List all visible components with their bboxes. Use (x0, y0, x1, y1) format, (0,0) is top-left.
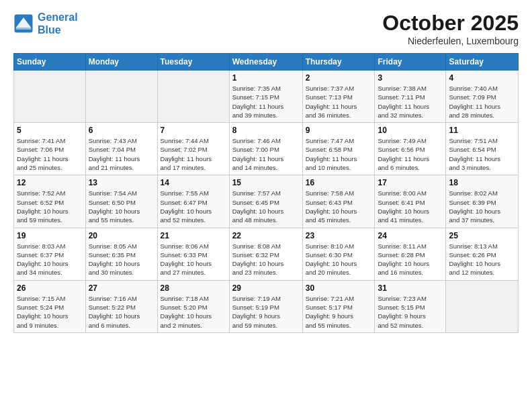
day-number: 4 (449, 73, 515, 83)
day-info: Sunrise: 7:41 AM Sunset: 7:06 PM Dayligh… (17, 136, 83, 172)
day-number: 2 (306, 73, 372, 83)
day-info: Sunrise: 7:57 AM Sunset: 6:45 PM Dayligh… (232, 189, 300, 224)
weekday-header: Monday (85, 54, 157, 71)
logo-blue: Blue (38, 24, 61, 36)
day-number: 17 (378, 178, 443, 187)
calendar-cell: 28Sunrise: 7:18 AM Sunset: 5:20 PM Dayli… (157, 280, 229, 332)
title-block: October 2025 Niederfeulen, Luxembourg (382, 11, 519, 46)
calendar-cell: 4Sunrise: 7:40 AM Sunset: 7:09 PM Daylig… (446, 71, 519, 123)
calendar-cell: 5Sunrise: 7:41 AM Sunset: 7:06 PM Daylig… (14, 123, 86, 175)
logo-icon (13, 13, 34, 34)
calendar-cell: 3Sunrise: 7:38 AM Sunset: 7:11 PM Daylig… (375, 71, 446, 123)
calendar-cell: 20Sunrise: 8:05 AM Sunset: 6:35 PM Dayli… (85, 228, 157, 280)
day-number: 21 (161, 231, 226, 240)
calendar-cell: 22Sunrise: 8:08 AM Sunset: 6:32 PM Dayli… (229, 228, 302, 280)
day-number: 3 (378, 73, 443, 83)
day-info: Sunrise: 7:55 AM Sunset: 6:47 PM Dayligh… (161, 189, 226, 224)
day-info: Sunrise: 7:47 AM Sunset: 6:58 PM Dayligh… (306, 136, 372, 172)
day-number: 23 (306, 231, 372, 240)
calendar-cell: 12Sunrise: 7:52 AM Sunset: 6:52 PM Dayli… (14, 175, 86, 228)
calendar-cell: 30Sunrise: 7:21 AM Sunset: 5:17 PM Dayli… (302, 280, 375, 332)
day-info: Sunrise: 7:40 AM Sunset: 7:09 PM Dayligh… (449, 84, 515, 120)
calendar-cell (157, 71, 229, 123)
location-subtitle: Niederfeulen, Luxembourg (382, 36, 519, 46)
day-info: Sunrise: 8:10 AM Sunset: 6:30 PM Dayligh… (306, 242, 372, 277)
calendar-cell: 10Sunrise: 7:49 AM Sunset: 6:56 PM Dayli… (375, 123, 446, 175)
calendar-cell: 8Sunrise: 7:46 AM Sunset: 7:00 PM Daylig… (229, 123, 302, 175)
day-number: 5 (17, 126, 83, 135)
day-number: 10 (378, 126, 443, 135)
day-info: Sunrise: 7:19 AM Sunset: 5:19 PM Dayligh… (232, 294, 300, 330)
day-info: Sunrise: 7:51 AM Sunset: 6:54 PM Dayligh… (449, 136, 515, 172)
svg-rect-2 (16, 28, 32, 30)
weekday-header: Tuesday (157, 54, 229, 71)
day-info: Sunrise: 8:06 AM Sunset: 6:33 PM Dayligh… (161, 242, 226, 277)
weekday-row: SundayMondayTuesdayWednesdayThursdayFrid… (14, 54, 519, 71)
calendar-cell: 7Sunrise: 7:44 AM Sunset: 7:02 PM Daylig… (157, 123, 229, 175)
calendar-cell: 17Sunrise: 8:00 AM Sunset: 6:41 PM Dayli… (375, 175, 446, 228)
day-info: Sunrise: 7:16 AM Sunset: 5:22 PM Dayligh… (89, 294, 154, 330)
day-info: Sunrise: 7:35 AM Sunset: 7:15 PM Dayligh… (232, 84, 300, 120)
day-info: Sunrise: 8:11 AM Sunset: 6:28 PM Dayligh… (378, 242, 443, 277)
day-number: 25 (449, 231, 515, 240)
calendar-cell: 13Sunrise: 7:54 AM Sunset: 6:50 PM Dayli… (85, 175, 157, 228)
day-number: 30 (306, 283, 372, 293)
calendar-cell: 25Sunrise: 8:13 AM Sunset: 6:26 PM Dayli… (446, 228, 519, 280)
header: General Blue October 2025 Niederfeulen, … (13, 11, 519, 46)
weekday-header: Saturday (446, 54, 519, 71)
day-number: 8 (232, 126, 300, 135)
calendar-cell: 26Sunrise: 7:15 AM Sunset: 5:24 PM Dayli… (14, 280, 86, 332)
day-number: 31 (378, 283, 443, 293)
day-number: 15 (232, 178, 300, 187)
calendar-cell: 9Sunrise: 7:47 AM Sunset: 6:58 PM Daylig… (302, 123, 375, 175)
calendar-cell: 24Sunrise: 8:11 AM Sunset: 6:28 PM Dayli… (375, 228, 446, 280)
calendar-cell (14, 71, 86, 123)
weekday-header: Sunday (14, 54, 86, 71)
day-info: Sunrise: 7:46 AM Sunset: 7:00 PM Dayligh… (232, 136, 300, 172)
weekday-header: Thursday (302, 54, 375, 71)
day-number: 27 (89, 283, 154, 293)
calendar-week: 26Sunrise: 7:15 AM Sunset: 5:24 PM Dayli… (14, 280, 519, 332)
calendar-cell: 29Sunrise: 7:19 AM Sunset: 5:19 PM Dayli… (229, 280, 302, 332)
calendar: SundayMondayTuesdayWednesdayThursdayFrid… (13, 53, 519, 333)
day-info: Sunrise: 7:58 AM Sunset: 6:43 PM Dayligh… (306, 189, 372, 224)
logo-general: General (38, 11, 78, 23)
calendar-cell (85, 71, 157, 123)
day-number: 12 (17, 178, 83, 187)
day-info: Sunrise: 7:21 AM Sunset: 5:17 PM Dayligh… (306, 294, 372, 330)
day-number: 29 (232, 283, 300, 293)
logo: General Blue (13, 11, 78, 36)
day-info: Sunrise: 7:37 AM Sunset: 7:13 PM Dayligh… (306, 84, 372, 120)
day-number: 11 (449, 126, 515, 135)
day-number: 9 (306, 126, 372, 135)
page: General Blue October 2025 Niederfeulen, … (0, 0, 532, 411)
day-number: 18 (449, 178, 515, 187)
logo-text: General Blue (38, 11, 78, 36)
calendar-cell: 31Sunrise: 7:23 AM Sunset: 5:15 PM Dayli… (375, 280, 446, 332)
calendar-cell: 11Sunrise: 7:51 AM Sunset: 6:54 PM Dayli… (446, 123, 519, 175)
calendar-week: 5Sunrise: 7:41 AM Sunset: 7:06 PM Daylig… (14, 123, 519, 175)
calendar-week: 1Sunrise: 7:35 AM Sunset: 7:15 PM Daylig… (14, 71, 519, 123)
day-info: Sunrise: 7:15 AM Sunset: 5:24 PM Dayligh… (17, 294, 83, 330)
calendar-body: 1Sunrise: 7:35 AM Sunset: 7:15 PM Daylig… (14, 71, 519, 333)
calendar-cell: 2Sunrise: 7:37 AM Sunset: 7:13 PM Daylig… (302, 71, 375, 123)
month-title: October 2025 (382, 11, 519, 36)
day-number: 19 (17, 231, 83, 240)
day-info: Sunrise: 8:13 AM Sunset: 6:26 PM Dayligh… (449, 242, 515, 277)
day-number: 6 (89, 126, 154, 135)
day-number: 16 (306, 178, 372, 187)
calendar-header: SundayMondayTuesdayWednesdayThursdayFrid… (14, 54, 519, 71)
day-number: 26 (17, 283, 83, 293)
day-number: 1 (232, 73, 300, 83)
calendar-cell: 16Sunrise: 7:58 AM Sunset: 6:43 PM Dayli… (302, 175, 375, 228)
calendar-cell: 1Sunrise: 7:35 AM Sunset: 7:15 PM Daylig… (229, 71, 302, 123)
weekday-header: Friday (375, 54, 446, 71)
day-number: 24 (378, 231, 443, 240)
calendar-cell: 6Sunrise: 7:43 AM Sunset: 7:04 PM Daylig… (85, 123, 157, 175)
day-info: Sunrise: 8:00 AM Sunset: 6:41 PM Dayligh… (378, 189, 443, 224)
calendar-cell: 21Sunrise: 8:06 AM Sunset: 6:33 PM Dayli… (157, 228, 229, 280)
calendar-cell: 27Sunrise: 7:16 AM Sunset: 5:22 PM Dayli… (85, 280, 157, 332)
calendar-cell: 19Sunrise: 8:03 AM Sunset: 6:37 PM Dayli… (14, 228, 86, 280)
calendar-cell: 23Sunrise: 8:10 AM Sunset: 6:30 PM Dayli… (302, 228, 375, 280)
day-number: 22 (232, 231, 300, 240)
